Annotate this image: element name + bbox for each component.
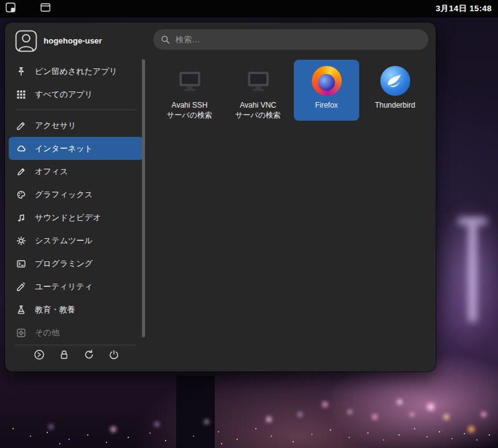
search-input[interactable] xyxy=(153,29,428,50)
sidebar-category-internet[interactable]: インターネット xyxy=(9,137,143,160)
sidebar-category-graphics[interactable]: グラフィックス xyxy=(9,183,143,206)
sidebar-category-utilities[interactable]: ユーティリティ xyxy=(9,275,143,298)
app-label-line1: Firefox xyxy=(315,100,338,110)
system-tools-gear-icon xyxy=(16,235,27,246)
graphics-palette-icon xyxy=(16,189,27,200)
utilities-icon xyxy=(16,281,27,292)
window-list-button[interactable] xyxy=(39,2,52,16)
panel-clock: 3月14日 15:48 xyxy=(436,0,492,17)
sidebar-category-label: プログラミング xyxy=(35,258,93,269)
app-label-line2: サーバの検索 xyxy=(167,110,212,120)
menu-sidebar: ピン留めされたアプリ すべてのアプリ アクセサリ xyxy=(9,60,143,344)
education-flask-icon xyxy=(16,304,27,315)
sidebar-category-programming[interactable]: プログラミング xyxy=(9,252,143,275)
office-pencil-icon xyxy=(16,166,27,177)
sidebar-category-system-tools[interactable]: システムツール xyxy=(9,229,143,252)
application-menu: hogehoge-user ピン留めされたアプリ xyxy=(5,22,436,371)
power-button[interactable] xyxy=(105,347,123,365)
app-label-line2: サーバの検索 xyxy=(235,110,281,120)
sidebar-category-education[interactable]: 教育・教養 xyxy=(9,298,143,321)
search-field xyxy=(153,29,428,50)
sidebar-footer-divider xyxy=(15,345,137,345)
programming-terminal-icon xyxy=(16,258,27,269)
sidebar-category-label: ユーティリティ xyxy=(35,281,93,292)
sidebar-category-label: インターネット xyxy=(35,143,93,154)
sidebar-category-accessories[interactable]: アクセサリ xyxy=(9,114,143,137)
run-button[interactable] xyxy=(31,347,48,365)
app-tile-firefox[interactable]: Firefox xyxy=(294,60,359,121)
sidebar-category-office[interactable]: オフィス xyxy=(9,160,143,183)
sidebar-category-label: システムツール xyxy=(35,235,93,246)
sidebar-category-label: その他 xyxy=(35,327,60,338)
firefox-icon xyxy=(312,66,342,96)
app-menu-icon xyxy=(4,1,17,16)
app-label-line1: Avahi VNC xyxy=(235,100,281,110)
lock-icon xyxy=(59,349,70,363)
session-buttons xyxy=(9,347,143,365)
monitor-icon xyxy=(175,66,205,96)
sound-video-icon xyxy=(16,212,27,223)
app-grid: Avahi SSH サーバの検索 Avahi VNC サーバの検索 F xyxy=(157,60,431,121)
top-panel: 3月14日 15:48 xyxy=(0,0,498,17)
app-label-line1: Thunderbird xyxy=(375,100,415,110)
wallpaper-building-silhouette xyxy=(176,376,215,448)
app-menu-button[interactable] xyxy=(4,2,17,16)
app-label-line1: Avahi SSH xyxy=(167,100,212,110)
restart-icon xyxy=(83,349,95,363)
restart-button[interactable] xyxy=(80,347,98,365)
sidebar-category-label: グラフィックス xyxy=(35,189,93,200)
lock-button[interactable] xyxy=(55,347,73,365)
thunderbird-icon xyxy=(380,66,410,96)
sidebar-category-other[interactable]: その他 xyxy=(9,321,143,344)
sidebar-category-label: オフィス xyxy=(35,166,68,177)
other-gear-icon xyxy=(16,327,27,338)
sidebar-item-pinned-apps[interactable]: ピン留めされたアプリ xyxy=(9,60,143,83)
sidebar-item-label: すべてのアプリ xyxy=(35,89,93,100)
monitor-icon xyxy=(243,66,273,96)
sidebar-category-label: 教育・教養 xyxy=(35,304,75,315)
sidebar-category-sound-video[interactable]: サウンドとビデオ xyxy=(9,206,143,229)
sidebar-category-label: サウンドとビデオ xyxy=(35,212,101,223)
wallpaper-letter-glow xyxy=(468,222,477,322)
wallpaper-letter-glow-bar xyxy=(458,217,487,225)
internet-cloud-icon xyxy=(16,143,27,154)
user-avatar-icon xyxy=(15,44,37,54)
accessories-icon xyxy=(16,120,27,131)
sidebar-item-label: ピン留めされたアプリ xyxy=(35,66,118,77)
app-tile-avahi-vnc[interactable]: Avahi VNC サーバの検索 xyxy=(225,60,291,121)
power-icon xyxy=(108,349,120,363)
sidebar-item-all-apps[interactable]: すべてのアプリ xyxy=(9,83,143,106)
menu-scrollbar[interactable] xyxy=(142,59,145,337)
app-tile-avahi-ssh[interactable]: Avahi SSH サーバの検索 xyxy=(157,60,222,121)
app-tile-thunderbird[interactable]: Thunderbird xyxy=(362,60,428,121)
user-avatar-button[interactable] xyxy=(15,30,37,52)
window-icon xyxy=(39,1,52,16)
apps-grid-icon xyxy=(16,89,27,100)
username-label: hogehoge-user xyxy=(44,36,102,45)
pin-icon xyxy=(16,66,27,77)
run-icon xyxy=(34,349,45,363)
sidebar-category-label: アクセサリ xyxy=(35,120,77,131)
sidebar-divider xyxy=(15,110,137,110)
